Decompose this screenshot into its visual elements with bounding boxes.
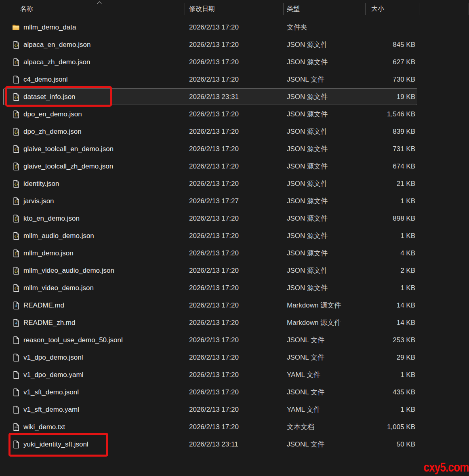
file-size: 14 KB [366, 319, 419, 327]
file-name: v1_sft_demo.jsonl [23, 388, 79, 396]
file-row[interactable]: {} glaive_toolcall_zh_demo.json 2026/2/1… [0, 158, 469, 175]
file-row[interactable]: {} dpo_zh_demo.json 2026/2/13 17:20 JSON… [0, 123, 469, 140]
date-modified: 2026/2/13 17:20 [185, 406, 284, 414]
date-modified: 2026/2/13 17:20 [185, 267, 284, 275]
file-row[interactable]: {} dataset_info.json 2026/2/13 23:31 JSO… [0, 88, 469, 105]
file-row[interactable]: {} alpaca_zh_demo.json 2026/2/13 17:20 J… [0, 53, 469, 71]
file-row[interactable]: mllm_demo_data 2026/2/13 17:20 文件夹 [0, 19, 469, 36]
json-file-icon: {} [12, 162, 20, 171]
file-name: dpo_zh_demo.json [23, 128, 82, 136]
date-modified: 2026/2/13 17:20 [185, 319, 284, 327]
file-row[interactable]: README_zh.md 2026/2/13 17:20 Markdown 源文… [0, 314, 469, 331]
file-size: 731 KB [366, 145, 419, 153]
file-row[interactable]: {} mllm_demo.json 2026/2/13 17:20 JSON 源… [0, 244, 469, 262]
file-type: JSON 源文件 [284, 196, 366, 206]
file-name: mllm_demo_data [23, 23, 76, 32]
file-icon [12, 388, 20, 396]
file-row[interactable]: {} mllm_video_demo.json 2026/2/13 17:20 … [0, 279, 469, 297]
column-header-name[interactable]: 名称 [0, 0, 185, 18]
file-row[interactable]: wiki_demo.txt 2026/2/13 17:20 文本文档 1,005… [0, 418, 469, 436]
file-row[interactable]: yuki_identity_sft.jsonl 2026/2/13 23:11 … [0, 436, 469, 453]
column-header-date-modified[interactable]: 修改日期 [185, 0, 284, 18]
file-type: JSON 源文件 [284, 40, 366, 49]
file-size: 845 KB [366, 41, 419, 49]
file-row[interactable]: {} dpo_en_demo.json 2026/2/13 17:20 JSON… [0, 105, 469, 123]
file-icon [12, 440, 20, 449]
file-type: JSONL 文件 [284, 75, 366, 84]
file-row[interactable]: README.md 2026/2/13 17:20 Markdown 源文件 1… [0, 297, 469, 314]
file-row[interactable]: {} mllm_video_audio_demo.json 2026/2/13 … [0, 262, 469, 279]
svg-text:{}: {} [14, 165, 18, 169]
file-type: JSON 源文件 [284, 214, 366, 223]
date-modified: 2026/2/13 17:20 [185, 110, 284, 118]
json-file-icon: {} [12, 215, 20, 223]
file-size: 2 KB [366, 267, 419, 275]
column-header-date-label: 修改日期 [189, 5, 215, 13]
file-name: reason_tool_use_demo_50.jsonl [23, 336, 123, 344]
file-name: v1_dpo_demo.yaml [23, 371, 83, 379]
file-name: README.md [23, 301, 64, 310]
file-type: JSONL 文件 [284, 440, 366, 449]
svg-text:{}: {} [14, 252, 18, 256]
file-row[interactable]: v1_sft_demo.yaml 2026/2/13 17:20 YAML 文件… [0, 401, 469, 418]
file-row[interactable]: {} mllm_audio_demo.json 2026/2/13 17:20 … [0, 227, 469, 244]
file-type: JSON 源文件 [284, 92, 366, 101]
file-name: v1_sft_demo.yaml [23, 406, 79, 414]
file-row[interactable]: reason_tool_use_demo_50.jsonl 2026/2/13 … [0, 331, 469, 349]
svg-text:{}: {} [14, 183, 18, 186]
file-size: 19 KB [366, 93, 419, 101]
file-row[interactable]: v1_dpo_demo.jsonl 2026/2/13 17:20 JSONL … [0, 349, 469, 366]
file-type: Markdown 源文件 [284, 318, 366, 327]
file-icon [12, 406, 20, 414]
svg-text:{}: {} [14, 200, 18, 204]
file-name: mllm_demo.json [23, 249, 74, 257]
file-size: 1 KB [366, 284, 419, 292]
json-file-icon: {} [12, 232, 20, 240]
file-icon [12, 336, 20, 344]
file-row[interactable]: {} identity.json 2026/2/13 17:20 JSON 源文… [0, 175, 469, 192]
file-size: 898 KB [366, 215, 419, 223]
json-file-icon: {} [12, 58, 20, 66]
file-name: alpaca_zh_demo.json [23, 58, 90, 66]
file-row[interactable]: v1_sft_demo.jsonl 2026/2/13 17:20 JSONL … [0, 383, 469, 401]
file-name: glaive_toolcall_zh_demo.json [23, 162, 113, 171]
file-name: wiki_demo.txt [23, 423, 65, 431]
file-size: 1 KB [366, 371, 419, 379]
file-type: JSON 源文件 [284, 127, 366, 136]
file-row[interactable]: {} glaive_toolcall_en_demo.json 2026/2/1… [0, 140, 469, 158]
file-row[interactable]: v1_dpo_demo.yaml 2026/2/13 17:20 YAML 文件… [0, 366, 469, 383]
svg-text:{}: {} [14, 44, 18, 47]
json-file-icon: {} [12, 128, 20, 136]
file-type: JSONL 文件 [284, 353, 366, 362]
date-modified: 2026/2/13 23:11 [185, 440, 284, 449]
file-size: 1,546 KB [366, 110, 419, 118]
file-row[interactable]: c4_demo.jsonl 2026/2/13 17:20 JSONL 文件 7… [0, 71, 469, 88]
date-modified: 2026/2/13 17:20 [185, 41, 284, 49]
file-size: 1 KB [366, 197, 419, 205]
column-header-padding [419, 0, 469, 18]
date-modified: 2026/2/13 17:20 [185, 423, 284, 431]
file-icon [12, 371, 20, 379]
date-modified: 2026/2/13 17:20 [185, 162, 284, 171]
svg-text:{}: {} [14, 148, 18, 152]
date-modified: 2026/2/13 17:20 [185, 354, 284, 362]
file-size: 1,005 KB [366, 423, 419, 431]
file-name: yuki_identity_sft.jsonl [23, 440, 88, 449]
column-header-type[interactable]: 类型 [284, 0, 366, 18]
file-row[interactable]: {} kto_en_demo.json 2026/2/13 17:20 JSON… [0, 210, 469, 227]
file-size: 4 KB [366, 249, 419, 257]
file-row[interactable]: {} alpaca_en_demo.json 2026/2/13 17:20 J… [0, 36, 469, 53]
date-modified: 2026/2/13 17:20 [185, 232, 284, 240]
file-size: 1 KB [366, 406, 419, 414]
file-size: 50 KB [366, 440, 419, 449]
file-type: YAML 文件 [284, 405, 366, 414]
date-modified: 2026/2/13 17:27 [185, 197, 284, 205]
date-modified: 2026/2/13 17:20 [185, 388, 284, 396]
file-name: mllm_audio_demo.json [23, 232, 94, 240]
file-type: JSON 源文件 [284, 144, 366, 154]
json-file-icon: {} [12, 249, 20, 257]
file-row[interactable]: {} jarvis.json 2026/2/13 17:27 JSON 源文件 … [0, 192, 469, 210]
file-name: dataset_info.json [23, 93, 76, 101]
column-header-size[interactable]: 大小 [366, 0, 419, 18]
file-name: identity.json [23, 180, 59, 188]
